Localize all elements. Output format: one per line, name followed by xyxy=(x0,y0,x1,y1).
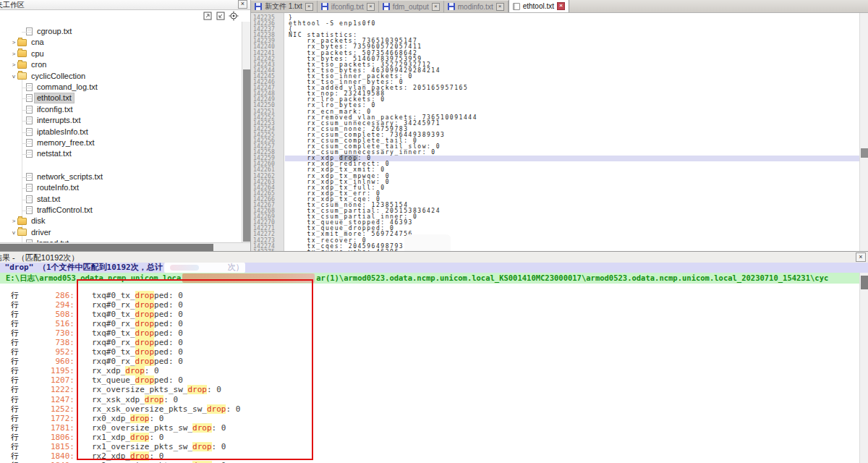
editor-area[interactable]: 1422351422361422371422381422391422401422… xyxy=(251,13,859,252)
row-text: txq#0_tx_dropped: 0 xyxy=(92,310,183,319)
results-vertical-scrollbar[interactable] xyxy=(859,273,868,463)
tree-item-label: network_scripts.txt xyxy=(35,172,105,182)
tree-vertical-scrollbar[interactable] xyxy=(242,22,250,242)
results-scrollbar-thumb[interactable] xyxy=(861,276,868,289)
close-icon[interactable]: × xyxy=(432,3,440,11)
tab-ethtool-txt[interactable]: ethtool.txt× xyxy=(509,0,569,12)
tree-folder-cron[interactable]: >cron xyxy=(10,59,48,70)
locate-current-file-icon[interactable] xyxy=(229,11,239,21)
code-line[interactable]: ethtool -S enp1s0f0 xyxy=(289,21,859,27)
search-match: drop xyxy=(125,366,145,375)
row-prefix: 行 xyxy=(11,310,22,319)
row-text: txq#0_tx_dropped: 0 xyxy=(92,347,183,357)
chevron-down-icon[interactable]: v xyxy=(10,229,17,236)
result-row-line-730[interactable]: 行730:txq#0_tx_dropped: 0 xyxy=(0,328,859,338)
result-row-line-1806[interactable]: 行1806:rx1_xdp_drop: 0 xyxy=(0,433,859,442)
tree-connector-line xyxy=(22,154,32,155)
editor-vertical-scrollbar[interactable] xyxy=(859,13,868,252)
search-match: drop xyxy=(192,442,212,451)
tab--1-txt[interactable]: 新文件 1.txt× xyxy=(251,1,318,12)
tab-label: modinfo.txt xyxy=(458,3,493,11)
close-icon[interactable]: × xyxy=(557,2,565,10)
chevron-right-icon[interactable]: > xyxy=(10,61,17,68)
close-icon[interactable]: × xyxy=(367,3,375,11)
tree-folder-driver[interactable]: vdriver xyxy=(10,227,54,238)
tree-folder-cna[interactable]: >cna xyxy=(10,37,46,48)
row-prefix: 行 xyxy=(11,366,22,375)
results-file-path[interactable]: E:\日志\armod053.odata.ncmp.unicom.locaar(… xyxy=(0,273,859,284)
result-row-line-1772[interactable]: 行1772:rx0_xdp_drop: 0 xyxy=(0,414,859,423)
row-prefix: 行 xyxy=(11,395,22,404)
tab-modinfo-txt[interactable]: modinfo.txt× xyxy=(444,1,509,12)
result-row-line-1247[interactable]: 行1247:rx_xsk_xdp_drop: 0 xyxy=(0,395,859,404)
search-results-panel: 结果 - （匹配10192次） × 索 "drop" （1个文件中匹配到1019… xyxy=(0,252,868,463)
code-lines[interactable]: }ethtool -S enp1s0f0{NIC statistics: rx_… xyxy=(289,13,859,252)
row-line-number: 508: xyxy=(22,310,75,319)
result-row-line-1781[interactable]: 行1781:rx0_oversize_pkts_sw_drop: 0 xyxy=(0,423,859,433)
folder-icon xyxy=(17,61,27,69)
tree-connector-line xyxy=(22,200,32,200)
code-line[interactable]: { xyxy=(289,27,859,33)
tab-fdm-output[interactable]: fdm_output× xyxy=(379,1,444,12)
folder-icon xyxy=(17,72,27,80)
code-line[interactable]: rx_csum_unnecessary_inner: 0 xyxy=(289,150,859,156)
result-row-line-508[interactable]: 行508:txq#0_tx_dropped: 0 xyxy=(0,310,859,319)
search-match: drop xyxy=(135,319,155,328)
row-prefix: 行 xyxy=(11,404,22,414)
code-line[interactable]: tx_xmit_more: 569724756 xyxy=(289,232,859,237)
result-row-line-516[interactable]: 行516:rxq#0_rx_dropped: 0 xyxy=(0,319,859,328)
workspace-titlebar: 夹工作区 × xyxy=(0,0,250,10)
tree-hscrollbar-thumb[interactable] xyxy=(0,244,213,251)
tree-horizontal-scrollbar[interactable] xyxy=(0,242,250,251)
search-match: drop xyxy=(130,451,150,461)
row-prefix: 行 xyxy=(11,328,22,338)
result-row-line-1252[interactable]: 行1252:rx_xsk_oversize_pkts_sw_drop: 0 xyxy=(0,404,859,414)
results-close-icon[interactable]: × xyxy=(856,252,866,262)
close-icon[interactable]: × xyxy=(305,3,313,11)
row-text: txq#0_tx_dropped: 0 xyxy=(92,328,183,338)
row-text: rxq#0_rx_dropped: 0 xyxy=(92,338,183,347)
row-line-number: 286: xyxy=(22,291,75,300)
code-line[interactable]: rx_lro_bytes: 0 xyxy=(289,103,859,109)
search-match: drop xyxy=(135,291,155,300)
chevron-right-icon[interactable]: > xyxy=(10,39,17,46)
result-row-line-960[interactable]: 行960:rxq#0_rx_dropped: 0 xyxy=(0,357,859,366)
row-prefix: 行 xyxy=(11,385,22,394)
search-match: drop xyxy=(192,423,212,433)
tree-folder-cpu[interactable]: >cpu xyxy=(10,48,46,59)
search-match: drop xyxy=(207,404,226,414)
search-match: drop xyxy=(135,375,155,385)
chevron-right-icon[interactable]: > xyxy=(10,51,17,57)
result-row-line-1207[interactable]: 行1207:tx_queue_dropped: 0 xyxy=(0,375,859,385)
expand-all-icon[interactable] xyxy=(203,11,213,21)
editor-scrollbar-thumb[interactable] xyxy=(861,148,868,158)
save-icon xyxy=(321,3,328,10)
folder-icon xyxy=(17,229,27,236)
tree-folder-cycliccollection[interactable]: vcyclicCollection xyxy=(10,71,88,82)
tab-ifconfig-txt[interactable]: ifconfig.txt× xyxy=(318,1,379,12)
tree-item-label: disk xyxy=(29,216,48,226)
workspace-panel: 夹工作区 × cgroup.txt>cna>cpu>cronvcyclicCol… xyxy=(0,0,250,252)
tree-folder-disk[interactable]: >disk xyxy=(10,216,48,226)
result-row-line-294[interactable]: 行294:rxq#0_rx_dropped: 0 xyxy=(0,300,859,310)
results-summary-line: 索 "drop" （1个文件中匹配到10192次，总计次） xyxy=(0,263,868,273)
tree-item-label: ethtool.txt xyxy=(35,93,74,103)
result-row-line-286[interactable]: 行286:txq#0_tx_dropped: 0 xyxy=(0,291,859,300)
collapse-all-icon[interactable] xyxy=(216,11,226,21)
tree-item-label: ifconfig.txt xyxy=(35,105,75,114)
tree-connector-line xyxy=(22,188,32,189)
result-row-line-1840[interactable]: 行1840:rx2_xdp_drop: 0 xyxy=(0,451,859,461)
workspace-close-icon[interactable]: × xyxy=(238,0,247,9)
chevron-down-icon[interactable]: v xyxy=(10,73,17,80)
tree-scrollbar-thumb[interactable] xyxy=(243,69,250,242)
result-row-line-1222[interactable]: 行1222:rx_oversize_pkts_sw_drop: 0 xyxy=(0,385,859,394)
chevron-right-icon[interactable]: > xyxy=(10,218,17,224)
result-row-line-1195[interactable]: 行1195:rx_xdp_drop: 0 xyxy=(0,366,859,375)
close-icon[interactable]: × xyxy=(496,3,504,11)
row-text: rx0_oversize_pkts_sw_drop: 0 xyxy=(92,423,226,433)
tree-connector-line xyxy=(22,32,32,33)
result-row-line-1815[interactable]: 行1815:rx1_oversize_pkts_sw_drop: 0 xyxy=(0,442,859,451)
result-row-line-952[interactable]: 行952:txq#0_tx_dropped: 0 xyxy=(0,347,859,357)
row-line-number: 1247: xyxy=(22,395,75,404)
result-row-line-738[interactable]: 行738:rxq#0_rx_dropped: 0 xyxy=(0,338,859,347)
